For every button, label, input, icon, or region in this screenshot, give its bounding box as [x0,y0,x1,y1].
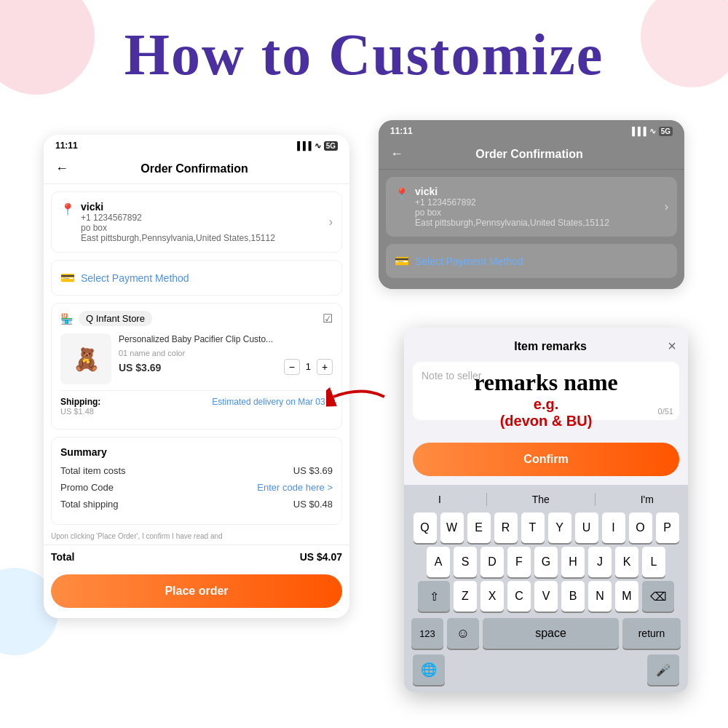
key-k[interactable]: K [615,547,638,577]
key-123[interactable]: 123 [411,618,443,649]
key-e[interactable]: E [467,513,491,543]
annotation-example: (devon & BU) [413,413,679,430]
key-r[interactable]: R [494,513,518,543]
key-return[interactable]: return [622,618,681,649]
address-location-left: East pittsburgh,Pennsylvania,United Stat… [81,233,323,243]
back-button-left[interactable]: ← [55,161,68,176]
key-globe[interactable]: 🌐 [413,654,445,685]
total-label-left: Total [51,551,74,563]
keyboard-row-3: ⇧ Z X C V B N M ⌫ [407,581,685,612]
address-po-left: po box [81,223,323,233]
address-section-left[interactable]: 📍 vicki +1 1234567892 po box East pittsb… [51,191,342,253]
key-p[interactable]: P [656,513,679,543]
qty-num-left: 1 [306,361,311,372]
keyboard-row-1: Q W E R T Y U I O P [407,513,685,543]
product-image-inner: 🧸 [60,333,111,384]
key-h[interactable]: H [561,547,585,577]
address-po-right: po box [415,207,659,218]
keyboard-row-2: A S D F G H J K L [407,547,685,577]
key-s[interactable]: S [454,547,477,577]
main-title: How to Customize [0,22,728,88]
key-l[interactable]: L [642,547,665,577]
key-space[interactable]: space [483,618,619,649]
key-y[interactable]: Y [548,513,571,543]
key-x[interactable]: X [480,581,504,612]
qty-increase-left[interactable]: + [317,359,333,375]
key-o[interactable]: O [629,513,652,543]
key-d[interactable]: D [480,547,504,577]
key-i[interactable]: I [602,513,625,543]
annotation-overlay: remarks name e.g. (devon & BU) [413,369,679,430]
key-m[interactable]: M [615,581,638,612]
status-icons-right: ▐▐▐ ∿ 5G [629,127,673,136]
total-value-left: US $4.07 [300,551,342,563]
divider-1 [486,493,487,506]
key-c[interactable]: C [507,581,531,612]
key-emoji[interactable]: ☺ [447,618,479,649]
dialog-close-button[interactable]: × [668,338,676,355]
payment-section-left[interactable]: 💳 Select Payment Method [51,260,342,296]
key-mic[interactable]: 🎤 [647,654,679,685]
key-t[interactable]: T [521,513,545,543]
dark-overlay: 📍 vicki +1 1234567892 po box East pittsb… [379,177,684,289]
signal-icon: ▐▐▐ [294,141,311,150]
product-name-left: Personalized Baby Pacifier Clip Custo... [119,333,333,346]
status-bar-right: 11:11 ▐▐▐ ∿ 5G [379,120,684,139]
annotation-name: remarks name [413,369,679,396]
key-a[interactable]: A [427,547,450,577]
summary-title-left: Summary [60,446,333,458]
shipping-cost-left: US $1.48 [60,407,100,416]
place-order-button[interactable]: Place order [51,574,342,608]
store-icon-left: 🏪 [60,313,73,325]
total-row-left: Total US $4.07 [44,545,349,569]
key-q[interactable]: Q [414,513,437,543]
key-f[interactable]: F [507,547,531,577]
summary-row-promo[interactable]: Promo Code Enter code here > [60,482,333,493]
key-g[interactable]: G [534,547,558,577]
key-v[interactable]: V [534,581,558,612]
back-button-right[interactable]: ← [390,146,403,162]
address-name-right: vicki [415,186,659,197]
suggestion-the[interactable]: The [526,492,555,507]
key-b[interactable]: B [561,581,585,612]
store-header-left: 🏪 Q Infant Store ☑ [60,311,333,326]
summary-promo-label: Promo Code [60,482,114,493]
network-icon: 5G [324,141,338,151]
summary-section-left: Summary Total item costs US $3.69 Promo … [51,437,342,525]
keyboard-bottom: 123 ☺ space return [407,615,685,652]
summary-promo-value: Enter code here > [257,482,333,493]
store-name-left: Q Infant Store [79,311,152,326]
store-edit-icon[interactable]: ☑ [323,312,333,325]
address-phone-right: +1 1234567892 [415,197,659,207]
red-arrow [326,379,392,415]
dialog-content: Note to seller 0/51 remarks name e.g. (d… [404,362,688,437]
key-u[interactable]: U [575,513,598,543]
summary-items-label: Total item costs [60,465,126,476]
product-row-left: 🧸 Personalized Baby Pacifier Clip Custo.… [60,333,333,384]
keyboard-extra-row: 🌐 🎤 [407,652,685,688]
remarks-dialog: Item remarks × Note to seller 0/51 remar… [404,328,688,692]
nav-title-right: Order Confirmation [403,148,655,161]
key-j[interactable]: J [588,547,612,577]
suggestion-im[interactable]: I'm [635,492,660,507]
right-phone: 11:11 ▐▐▐ ∿ 5G ← Order Confirmation 📍 vi… [379,120,684,289]
red-arrow-container [326,379,392,415]
qty-decrease-left[interactable]: − [284,359,300,375]
key-z[interactable]: Z [454,581,477,612]
key-delete[interactable]: ⌫ [642,581,674,612]
confirm-button[interactable]: Confirm [413,443,679,476]
store-section-left: 🏪 Q Infant Store ☑ 🧸 Personalized Baby P… [51,303,342,430]
product-image-left: 🧸 [60,333,111,384]
left-phone: 11:11 ▐▐▐ ∿ 5G ← Order Confirmation 📍 vi… [44,135,349,618]
suggestion-i[interactable]: I [432,492,447,507]
key-w[interactable]: W [440,513,464,543]
address-name-left: vicki [81,201,323,213]
key-n[interactable]: N [588,581,612,612]
key-shift[interactable]: ⇧ [418,581,450,612]
product-details-left: Personalized Baby Pacifier Clip Custo...… [119,333,333,375]
wifi-icon-right: ∿ [649,127,656,136]
summary-row-items: Total item costs US $3.69 [60,465,333,476]
summary-shipping-label: Total shipping [60,499,119,510]
network-icon-right: 5G [659,127,673,136]
nav-bar-right: ← Order Confirmation [379,139,684,170]
